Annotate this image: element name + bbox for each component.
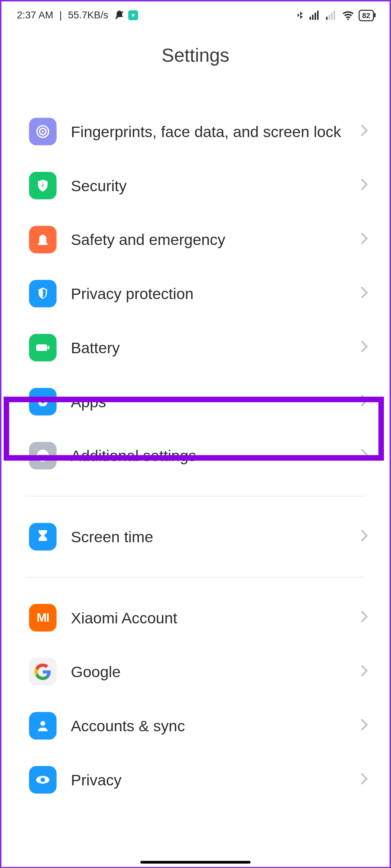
chevron-right-icon: [360, 286, 368, 301]
svg-rect-6: [328, 15, 330, 20]
status-separator: |: [57, 9, 65, 21]
svg-point-9: [347, 18, 348, 20]
svg-rect-4: [317, 11, 318, 20]
section-divider: [26, 577, 365, 578]
hourglass-icon: [29, 523, 56, 550]
chevron-right-icon: [360, 178, 368, 193]
chevron-right-icon: [360, 340, 368, 355]
row-battery[interactable]: Battery: [1, 321, 390, 375]
svg-point-17: [41, 400, 45, 403]
status-speed: 55.7KB/s: [68, 9, 108, 21]
section-divider: [26, 496, 365, 497]
settings-list: Fingerprints, face data, and screen lock…: [1, 105, 390, 807]
chevron-right-icon: [360, 124, 368, 139]
mi-logo-icon: MI: [29, 604, 56, 631]
svg-point-23: [39, 455, 41, 457]
status-bar: 2:37 AM | 55.7KB/s 82: [1, 1, 390, 29]
home-indicator[interactable]: [140, 861, 251, 864]
svg-rect-13: [38, 243, 47, 245]
status-time: 2:37 AM: [17, 9, 53, 21]
row-security[interactable]: Security: [1, 158, 390, 212]
emergency-icon: [29, 226, 56, 253]
row-label: Additional settings: [57, 446, 360, 465]
chevron-right-icon: [360, 718, 368, 733]
svg-rect-1: [309, 17, 311, 19]
row-accounts-sync[interactable]: Accounts & sync: [1, 699, 390, 753]
row-privacy-protection[interactable]: Privacy protection: [1, 267, 390, 321]
svg-rect-5: [326, 17, 327, 19]
svg-point-24: [42, 455, 44, 457]
signal-sim2-icon: [325, 10, 338, 20]
chevron-right-icon: [360, 610, 368, 626]
row-label: Privacy: [57, 770, 360, 789]
svg-point-12: [42, 131, 44, 132]
do-not-disturb-icon: [114, 10, 125, 21]
svg-rect-14: [36, 344, 47, 351]
wifi-icon: [342, 10, 354, 20]
fingerprint-icon: [29, 118, 56, 145]
apps-gear-icon: [29, 388, 56, 415]
chevron-right-icon: [360, 448, 368, 464]
running-app-icon: [128, 10, 138, 20]
svg-point-25: [45, 455, 47, 457]
row-label: Privacy protection: [57, 284, 360, 303]
row-apps[interactable]: Apps: [1, 374, 390, 429]
chevron-right-icon: [360, 664, 368, 680]
signal-sim1-icon: [309, 10, 321, 20]
row-label: Xiaomi Account: [57, 608, 360, 627]
person-icon: [29, 712, 56, 740]
row-xiaomi-account[interactable]: MI Xiaomi Account: [1, 591, 390, 645]
svg-rect-2: [312, 15, 313, 20]
chevron-right-icon: [360, 772, 368, 788]
row-label: Fingerprints, face data, and screen lock: [57, 122, 360, 141]
row-label: Google: [57, 662, 360, 681]
privacy-shield-icon: [29, 280, 56, 307]
battery-icon: [29, 334, 56, 361]
more-icon: [29, 442, 56, 469]
eye-icon: [29, 766, 56, 793]
google-logo-icon: [29, 658, 56, 685]
row-label: Safety and emergency: [57, 230, 360, 249]
battery-indicator: 82: [358, 9, 374, 21]
row-label: Apps: [57, 392, 360, 411]
phone-screen: 2:37 AM | 55.7KB/s 82: [1, 1, 390, 867]
row-additional[interactable]: Additional settings: [1, 429, 390, 483]
page-title: Settings: [1, 44, 390, 66]
row-label: Accounts & sync: [57, 716, 360, 735]
svg-rect-3: [314, 13, 316, 20]
row-google[interactable]: Google: [1, 645, 390, 699]
shield-icon: [29, 172, 56, 199]
row-safety[interactable]: Safety and emergency: [1, 212, 390, 267]
svg-rect-7: [331, 13, 332, 20]
row-label: Screen time: [57, 527, 360, 546]
chevron-right-icon: [360, 394, 368, 409]
row-label: Battery: [57, 338, 360, 357]
chevron-right-icon: [360, 529, 368, 544]
row-fingerprints[interactable]: Fingerprints, face data, and screen lock: [1, 105, 390, 159]
row-screentime[interactable]: Screen time: [1, 510, 390, 564]
row-privacy[interactable]: Privacy: [1, 753, 390, 807]
svg-point-26: [40, 721, 45, 726]
chevron-right-icon: [360, 232, 368, 247]
svg-rect-8: [333, 11, 335, 20]
row-label: Security: [57, 176, 360, 195]
svg-point-28: [40, 777, 45, 782]
bluetooth-icon: [295, 10, 304, 21]
svg-rect-15: [48, 346, 49, 349]
